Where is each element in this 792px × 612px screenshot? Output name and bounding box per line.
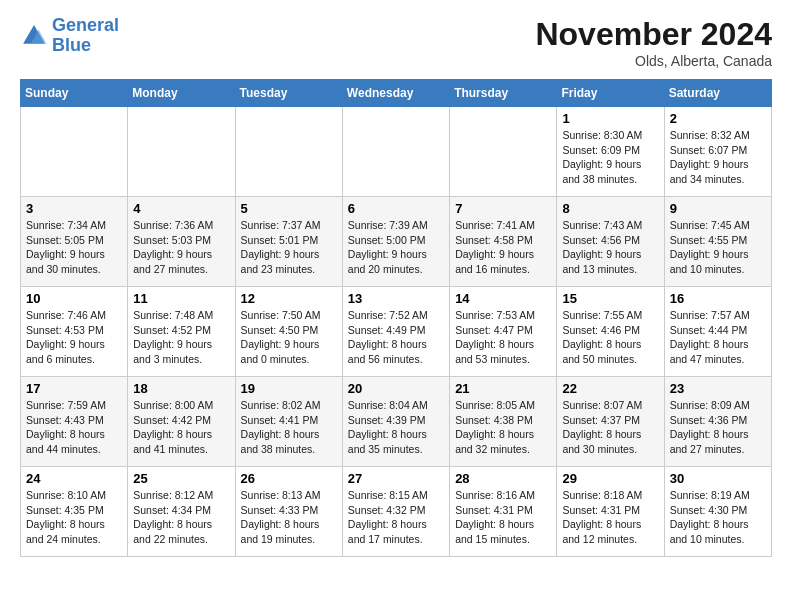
day-info: Sunrise: 7:41 AM Sunset: 4:58 PM Dayligh… bbox=[455, 218, 551, 277]
cell-3-3: 20Sunrise: 8:04 AM Sunset: 4:39 PM Dayli… bbox=[342, 377, 449, 467]
cell-2-6: 16Sunrise: 7:57 AM Sunset: 4:44 PM Dayli… bbox=[664, 287, 771, 377]
header-sunday: Sunday bbox=[21, 80, 128, 107]
day-number: 7 bbox=[455, 201, 551, 216]
day-info: Sunrise: 8:07 AM Sunset: 4:37 PM Dayligh… bbox=[562, 398, 658, 457]
cell-4-3: 27Sunrise: 8:15 AM Sunset: 4:32 PM Dayli… bbox=[342, 467, 449, 557]
week-row-1: 1Sunrise: 8:30 AM Sunset: 6:09 PM Daylig… bbox=[21, 107, 772, 197]
day-info: Sunrise: 8:10 AM Sunset: 4:35 PM Dayligh… bbox=[26, 488, 122, 547]
day-number: 19 bbox=[241, 381, 337, 396]
day-number: 30 bbox=[670, 471, 766, 486]
day-number: 2 bbox=[670, 111, 766, 126]
day-number: 3 bbox=[26, 201, 122, 216]
day-number: 8 bbox=[562, 201, 658, 216]
cell-2-5: 15Sunrise: 7:55 AM Sunset: 4:46 PM Dayli… bbox=[557, 287, 664, 377]
logo: General Blue bbox=[20, 16, 119, 56]
day-number: 29 bbox=[562, 471, 658, 486]
cell-3-1: 18Sunrise: 8:00 AM Sunset: 4:42 PM Dayli… bbox=[128, 377, 235, 467]
week-row-3: 10Sunrise: 7:46 AM Sunset: 4:53 PM Dayli… bbox=[21, 287, 772, 377]
day-number: 27 bbox=[348, 471, 444, 486]
logo-line1: General bbox=[52, 15, 119, 35]
cell-1-3: 6Sunrise: 7:39 AM Sunset: 5:00 PM Daylig… bbox=[342, 197, 449, 287]
header-friday: Friday bbox=[557, 80, 664, 107]
day-number: 11 bbox=[133, 291, 229, 306]
day-number: 22 bbox=[562, 381, 658, 396]
day-info: Sunrise: 7:50 AM Sunset: 4:50 PM Dayligh… bbox=[241, 308, 337, 367]
day-info: Sunrise: 7:43 AM Sunset: 4:56 PM Dayligh… bbox=[562, 218, 658, 277]
day-info: Sunrise: 7:57 AM Sunset: 4:44 PM Dayligh… bbox=[670, 308, 766, 367]
cell-1-4: 7Sunrise: 7:41 AM Sunset: 4:58 PM Daylig… bbox=[450, 197, 557, 287]
day-info: Sunrise: 8:32 AM Sunset: 6:07 PM Dayligh… bbox=[670, 128, 766, 187]
header-thursday: Thursday bbox=[450, 80, 557, 107]
week-row-4: 17Sunrise: 7:59 AM Sunset: 4:43 PM Dayli… bbox=[21, 377, 772, 467]
header-tuesday: Tuesday bbox=[235, 80, 342, 107]
day-info: Sunrise: 8:16 AM Sunset: 4:31 PM Dayligh… bbox=[455, 488, 551, 547]
logo-icon bbox=[20, 22, 48, 50]
day-info: Sunrise: 8:04 AM Sunset: 4:39 PM Dayligh… bbox=[348, 398, 444, 457]
weekday-header-row: SundayMondayTuesdayWednesdayThursdayFrid… bbox=[21, 80, 772, 107]
day-info: Sunrise: 8:13 AM Sunset: 4:33 PM Dayligh… bbox=[241, 488, 337, 547]
header-saturday: Saturday bbox=[664, 80, 771, 107]
cell-4-2: 26Sunrise: 8:13 AM Sunset: 4:33 PM Dayli… bbox=[235, 467, 342, 557]
cell-3-6: 23Sunrise: 8:09 AM Sunset: 4:36 PM Dayli… bbox=[664, 377, 771, 467]
day-info: Sunrise: 8:15 AM Sunset: 4:32 PM Dayligh… bbox=[348, 488, 444, 547]
cell-4-0: 24Sunrise: 8:10 AM Sunset: 4:35 PM Dayli… bbox=[21, 467, 128, 557]
day-number: 5 bbox=[241, 201, 337, 216]
page-header: General Blue November 2024 Olds, Alberta… bbox=[20, 16, 772, 69]
day-info: Sunrise: 7:48 AM Sunset: 4:52 PM Dayligh… bbox=[133, 308, 229, 367]
calendar-table: SundayMondayTuesdayWednesdayThursdayFrid… bbox=[20, 79, 772, 557]
cell-0-1 bbox=[128, 107, 235, 197]
day-info: Sunrise: 8:09 AM Sunset: 4:36 PM Dayligh… bbox=[670, 398, 766, 457]
cell-4-5: 29Sunrise: 8:18 AM Sunset: 4:31 PM Dayli… bbox=[557, 467, 664, 557]
day-number: 4 bbox=[133, 201, 229, 216]
day-info: Sunrise: 8:12 AM Sunset: 4:34 PM Dayligh… bbox=[133, 488, 229, 547]
day-info: Sunrise: 7:46 AM Sunset: 4:53 PM Dayligh… bbox=[26, 308, 122, 367]
cell-3-4: 21Sunrise: 8:05 AM Sunset: 4:38 PM Dayli… bbox=[450, 377, 557, 467]
day-number: 25 bbox=[133, 471, 229, 486]
cell-2-1: 11Sunrise: 7:48 AM Sunset: 4:52 PM Dayli… bbox=[128, 287, 235, 377]
day-info: Sunrise: 7:37 AM Sunset: 5:01 PM Dayligh… bbox=[241, 218, 337, 277]
day-number: 28 bbox=[455, 471, 551, 486]
day-info: Sunrise: 8:05 AM Sunset: 4:38 PM Dayligh… bbox=[455, 398, 551, 457]
cell-1-1: 4Sunrise: 7:36 AM Sunset: 5:03 PM Daylig… bbox=[128, 197, 235, 287]
day-info: Sunrise: 8:02 AM Sunset: 4:41 PM Dayligh… bbox=[241, 398, 337, 457]
day-number: 1 bbox=[562, 111, 658, 126]
day-info: Sunrise: 7:55 AM Sunset: 4:46 PM Dayligh… bbox=[562, 308, 658, 367]
cell-3-2: 19Sunrise: 8:02 AM Sunset: 4:41 PM Dayli… bbox=[235, 377, 342, 467]
cell-2-0: 10Sunrise: 7:46 AM Sunset: 4:53 PM Dayli… bbox=[21, 287, 128, 377]
day-number: 20 bbox=[348, 381, 444, 396]
cell-1-6: 9Sunrise: 7:45 AM Sunset: 4:55 PM Daylig… bbox=[664, 197, 771, 287]
day-number: 24 bbox=[26, 471, 122, 486]
cell-2-4: 14Sunrise: 7:53 AM Sunset: 4:47 PM Dayli… bbox=[450, 287, 557, 377]
day-number: 13 bbox=[348, 291, 444, 306]
day-info: Sunrise: 7:52 AM Sunset: 4:49 PM Dayligh… bbox=[348, 308, 444, 367]
cell-1-5: 8Sunrise: 7:43 AM Sunset: 4:56 PM Daylig… bbox=[557, 197, 664, 287]
cell-2-3: 13Sunrise: 7:52 AM Sunset: 4:49 PM Dayli… bbox=[342, 287, 449, 377]
day-info: Sunrise: 7:59 AM Sunset: 4:43 PM Dayligh… bbox=[26, 398, 122, 457]
day-number: 21 bbox=[455, 381, 551, 396]
month-title: November 2024 bbox=[535, 16, 772, 53]
day-info: Sunrise: 8:00 AM Sunset: 4:42 PM Dayligh… bbox=[133, 398, 229, 457]
header-monday: Monday bbox=[128, 80, 235, 107]
day-number: 10 bbox=[26, 291, 122, 306]
day-number: 26 bbox=[241, 471, 337, 486]
header-wednesday: Wednesday bbox=[342, 80, 449, 107]
day-info: Sunrise: 7:36 AM Sunset: 5:03 PM Dayligh… bbox=[133, 218, 229, 277]
cell-0-4 bbox=[450, 107, 557, 197]
cell-0-3 bbox=[342, 107, 449, 197]
week-row-5: 24Sunrise: 8:10 AM Sunset: 4:35 PM Dayli… bbox=[21, 467, 772, 557]
day-info: Sunrise: 8:18 AM Sunset: 4:31 PM Dayligh… bbox=[562, 488, 658, 547]
day-number: 15 bbox=[562, 291, 658, 306]
cell-4-6: 30Sunrise: 8:19 AM Sunset: 4:30 PM Dayli… bbox=[664, 467, 771, 557]
day-number: 9 bbox=[670, 201, 766, 216]
day-info: Sunrise: 8:30 AM Sunset: 6:09 PM Dayligh… bbox=[562, 128, 658, 187]
day-number: 12 bbox=[241, 291, 337, 306]
cell-2-2: 12Sunrise: 7:50 AM Sunset: 4:50 PM Dayli… bbox=[235, 287, 342, 377]
logo-line2: Blue bbox=[52, 35, 91, 55]
cell-4-4: 28Sunrise: 8:16 AM Sunset: 4:31 PM Dayli… bbox=[450, 467, 557, 557]
cell-3-5: 22Sunrise: 8:07 AM Sunset: 4:37 PM Dayli… bbox=[557, 377, 664, 467]
cell-1-2: 5Sunrise: 7:37 AM Sunset: 5:01 PM Daylig… bbox=[235, 197, 342, 287]
day-number: 16 bbox=[670, 291, 766, 306]
cell-0-6: 2Sunrise: 8:32 AM Sunset: 6:07 PM Daylig… bbox=[664, 107, 771, 197]
week-row-2: 3Sunrise: 7:34 AM Sunset: 5:05 PM Daylig… bbox=[21, 197, 772, 287]
cell-0-2 bbox=[235, 107, 342, 197]
